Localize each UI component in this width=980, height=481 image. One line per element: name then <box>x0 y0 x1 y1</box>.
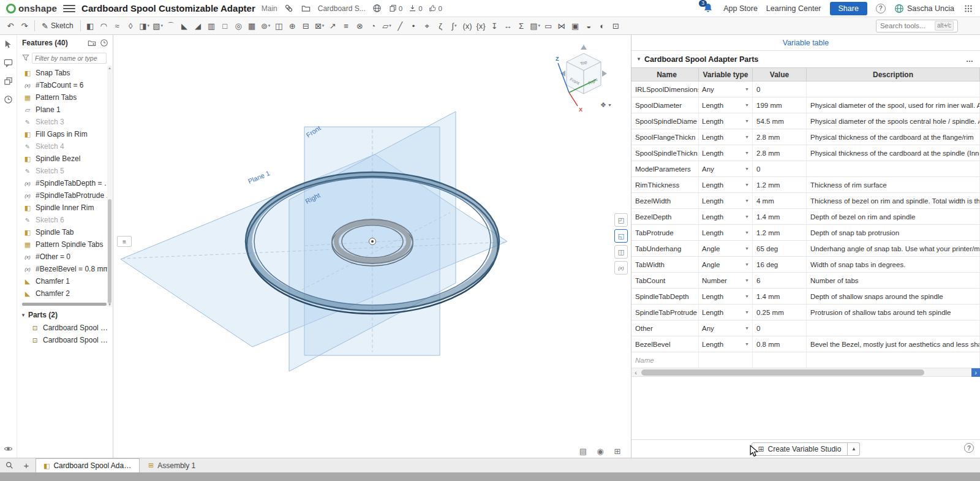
variable-row[interactable]: RimThickness Length ▼ 1.2 mm Thickness o… <box>631 177 980 193</box>
variable-description-cell[interactable] <box>807 320 980 336</box>
variable-value-cell[interactable]: 2.8 mm <box>753 145 807 161</box>
variable-description-cell[interactable]: Protrusion of shallow tabs around teh sp… <box>807 305 980 320</box>
variable-description-cell[interactable] <box>807 81 980 97</box>
search-tools-box[interactable]: alt+⁄c <box>876 20 958 32</box>
variable-row[interactable]: SpindleTabDepth Length ▼ 1.4 mm Depth of… <box>631 289 980 305</box>
select-cursor-icon[interactable] <box>3 39 14 50</box>
variable-description-cell[interactable]: Thickness of bezel on rim and spindle. T… <box>807 193 980 208</box>
section-panel-button[interactable]: ◫ <box>614 245 628 259</box>
variable-name-cell[interactable]: BezelBevel <box>631 336 699 352</box>
variable-description-cell[interactable]: Depth of snap tab protrusion <box>807 225 980 240</box>
variable-name-cell[interactable]: SpindleTabDepth <box>631 289 699 304</box>
variable-value-cell[interactable]: 0.25 mm <box>753 305 807 320</box>
create-variable-studio-button[interactable]: ⊞ Create Variable Studio <box>752 442 848 456</box>
tab-search-icon[interactable] <box>1 458 17 472</box>
variable-row[interactable]: TabProtrude Length ▼ 1.2 mm Depth of sna… <box>631 225 980 241</box>
comments-icon[interactable] <box>3 57 14 68</box>
variable-type-dropdown[interactable]: Any ▼ <box>699 161 753 176</box>
feature-item[interactable]: ◧ Fill Gaps in Rim <box>17 128 113 140</box>
sketch-button[interactable]: ✎ Sketch <box>38 18 77 33</box>
search-tools-input[interactable] <box>880 22 932 29</box>
table-horizontal-scrollbar[interactable]: ‹ › <box>631 368 980 377</box>
variable-type-dropdown[interactable]: Length ▼ <box>699 305 753 320</box>
variables-panel-button[interactable]: (x) <box>614 261 628 275</box>
feature-item[interactable]: (x) #BezelBevel = 0.8 mm <box>17 263 113 275</box>
variable-value-cell[interactable]: 0 <box>753 161 807 176</box>
variable-description-cell[interactable]: Thickness of rim surface <box>807 177 980 192</box>
link-icon[interactable] <box>284 3 295 14</box>
fillet-icon[interactable]: ⌒ <box>165 18 178 33</box>
variable-type-dropdown[interactable]: Length ▼ <box>699 145 753 161</box>
variable-value-cell[interactable]: 54.5 mm <box>753 113 807 129</box>
scrollbar-thumb[interactable] <box>641 369 924 376</box>
document-location[interactable]: Cardboard S... <box>318 4 366 13</box>
features-vertical-scrollbar[interactable]: ▲ ▼ <box>107 66 112 307</box>
user-menu[interactable]: Sascha Uncia <box>894 4 954 13</box>
variable-row[interactable]: Other Any ▼ 0 <box>631 320 980 336</box>
boundary-surface-icon[interactable]: ▧ ▾ <box>151 18 165 33</box>
move-face-icon[interactable]: ↗ <box>326 18 340 33</box>
onshape-logo[interactable]: onshape <box>6 3 57 13</box>
variable-description-cell[interactable]: Physical diameter of the spools central … <box>807 113 980 129</box>
exports-stat[interactable]: 0 <box>409 4 422 12</box>
display-options-button[interactable]: ◰ <box>614 213 628 227</box>
sweep-icon[interactable]: ≈ <box>111 18 124 33</box>
variable-name-cell[interactable]: SpindleTabProtrude <box>631 305 699 320</box>
frame-icon[interactable]: ⊡ <box>609 18 623 33</box>
sheet-metal-icon[interactable]: ▤ ▾ <box>529 18 542 33</box>
variable-value-cell[interactable]: 4 mm <box>753 193 807 208</box>
variable-value-cell[interactable]: 1.4 mm <box>753 209 807 224</box>
variable-name-cell[interactable]: RimThickness <box>631 177 699 192</box>
parts-section-header[interactable]: ▼ Parts (2) <box>17 308 113 322</box>
variable-name-cell[interactable]: IRLSpoolDimensions <box>631 81 699 97</box>
variable-type-dropdown[interactable]: Number ▼ <box>699 273 753 288</box>
variable-name-cell[interactable]: TabUnderhang <box>631 241 699 256</box>
feature-item[interactable]: ✎ Sketch 4 <box>17 140 113 153</box>
variable-type-dropdown[interactable]: Length ▼ <box>699 336 753 352</box>
joint-icon[interactable]: ⋈ <box>556 18 569 33</box>
feature-item[interactable]: ✎ Sketch 6 <box>17 214 113 226</box>
variable-icon[interactable]: (x) <box>461 18 475 33</box>
publish-globe-icon[interactable] <box>372 3 383 14</box>
variable-row[interactable]: SpoolFlangeThickn ... Length ▼ 2.8 mm Ph… <box>631 129 980 145</box>
graphics-viewport[interactable]: Front Plane 1 Right Top Front Right <box>113 35 631 458</box>
draft-icon[interactable]: ◢ <box>192 18 205 33</box>
named-views-icon[interactable]: ▣ <box>569 18 582 33</box>
feature-item[interactable]: (x) #TabCount = 6 <box>17 79 113 91</box>
offset-surface-icon[interactable]: ≡ <box>340 18 353 33</box>
more-menu-icon[interactable]: … <box>966 55 974 64</box>
variable-name-cell[interactable]: TabProtrude <box>631 225 699 240</box>
split-icon[interactable]: ⊟ <box>300 18 313 33</box>
circular-pattern-icon[interactable]: ⊚ ▾ <box>259 18 273 33</box>
scrollbar-thumb[interactable] <box>108 199 111 303</box>
variable-value-cell[interactable]: 0.8 mm <box>753 336 807 352</box>
variable-description-cell[interactable]: Width of snap tabs in degrees. <box>807 257 980 272</box>
variable-row[interactable]: BezelDepth Length ▼ 1.4 mm Depth of beze… <box>631 209 980 225</box>
axis-icon[interactable]: ╱ <box>394 18 407 33</box>
notifications-button[interactable]: 3 <box>703 2 715 15</box>
copies-stat[interactable]: 0 <box>389 4 402 12</box>
new-folder-icon[interactable] <box>87 38 97 48</box>
variable-value-cell[interactable]: 65 deg <box>753 241 807 256</box>
variable-description-cell[interactable] <box>807 161 980 176</box>
new-variable-name-placeholder[interactable]: Name <box>631 352 699 368</box>
part-item[interactable]: ⊡ Cardboard Spool Rim ... <box>17 322 113 334</box>
workspace-name[interactable]: Main <box>262 4 277 13</box>
feature-item[interactable]: ◧ Spindle Bezel <box>17 153 113 165</box>
revolve-icon[interactable]: ◠ <box>97 18 111 33</box>
view-menu-button[interactable]: ❖▼ <box>600 101 612 109</box>
rollback-history-icon[interactable] <box>99 38 109 48</box>
extrude-icon[interactable]: ◧ <box>84 18 97 33</box>
variable-description-cell[interactable]: Underhang angle of snap tab. Use what yo… <box>807 241 980 256</box>
feature-item[interactable]: ✎ Sketch 5 <box>17 165 113 177</box>
scroll-left-arrow[interactable]: ‹ <box>631 368 640 377</box>
feature-item[interactable]: ◣ Chamfer 1 <box>17 275 113 287</box>
variable-name-cell[interactable]: Other <box>631 320 699 336</box>
variable-name-cell[interactable]: SpoolDiameter <box>631 97 699 113</box>
undo-button[interactable]: ↶ <box>4 18 17 33</box>
add-tab-button[interactable]: + <box>18 458 34 472</box>
new-variable-row[interactable]: Name <box>631 352 980 368</box>
plane-icon[interactable]: ▱ ▾ <box>380 18 394 33</box>
scroll-up-arrow[interactable]: ▲ <box>107 66 112 70</box>
variable-type-dropdown[interactable]: Angle ▼ <box>699 257 753 272</box>
